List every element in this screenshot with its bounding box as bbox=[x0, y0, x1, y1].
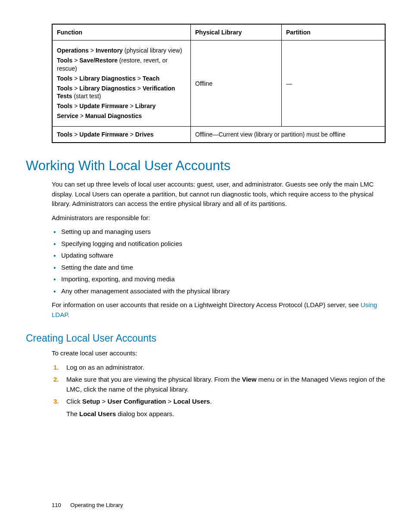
footer-title: Operating the Library bbox=[70, 502, 123, 508]
function-table: Function Physical Library Partition Oper… bbox=[52, 24, 386, 143]
col-physical: Physical Library bbox=[191, 24, 282, 40]
step-item: Log on as an administrator. bbox=[66, 363, 385, 373]
col-function: Function bbox=[52, 24, 191, 40]
step-item: Make sure that you are viewing the physi… bbox=[66, 375, 385, 394]
merged-cell: Offline—Current view (library or partiti… bbox=[191, 127, 386, 143]
physical-cell: Offline bbox=[191, 40, 282, 127]
heading-1: Working With Local User Accounts bbox=[26, 158, 385, 174]
ldap-paragraph: For information on user accounts that re… bbox=[52, 300, 385, 320]
admin-bullet-list: Setting up and managing users Specifying… bbox=[52, 227, 385, 296]
function-cell: Operations > Inventory (physical library… bbox=[52, 40, 191, 127]
page-number: 110 bbox=[52, 502, 61, 508]
intro-paragraph: You can set up three levels of local use… bbox=[52, 180, 385, 209]
table-header-row: Function Physical Library Partition bbox=[52, 24, 385, 40]
step-item: Click Setup > User Configuration > Local… bbox=[66, 397, 385, 419]
list-item: Any other management associated with the… bbox=[61, 286, 385, 296]
col-partition: Partition bbox=[282, 24, 386, 40]
create-intro: To create local user accounts: bbox=[52, 348, 385, 358]
list-item: Setting the date and time bbox=[61, 263, 385, 273]
partition-cell: — bbox=[282, 40, 386, 127]
function-cell: Tools > Update Firmware > Drives bbox=[52, 127, 191, 143]
table-row: Tools > Update Firmware > Drives Offline… bbox=[52, 127, 385, 143]
list-item: Updating software bbox=[61, 251, 385, 261]
page-footer: 110 Operating the Library bbox=[52, 502, 123, 508]
list-item: Importing, exporting, and moving media bbox=[61, 274, 385, 284]
admin-intro: Administrators are responsible for: bbox=[52, 213, 385, 223]
heading-2: Creating Local User Accounts bbox=[26, 333, 385, 344]
table-row: Operations > Inventory (physical library… bbox=[52, 40, 385, 127]
list-item: Specifying logging and notification poli… bbox=[61, 239, 385, 249]
steps-list: Log on as an administrator. Make sure th… bbox=[52, 363, 385, 419]
list-item: Setting up and managing users bbox=[61, 227, 385, 237]
